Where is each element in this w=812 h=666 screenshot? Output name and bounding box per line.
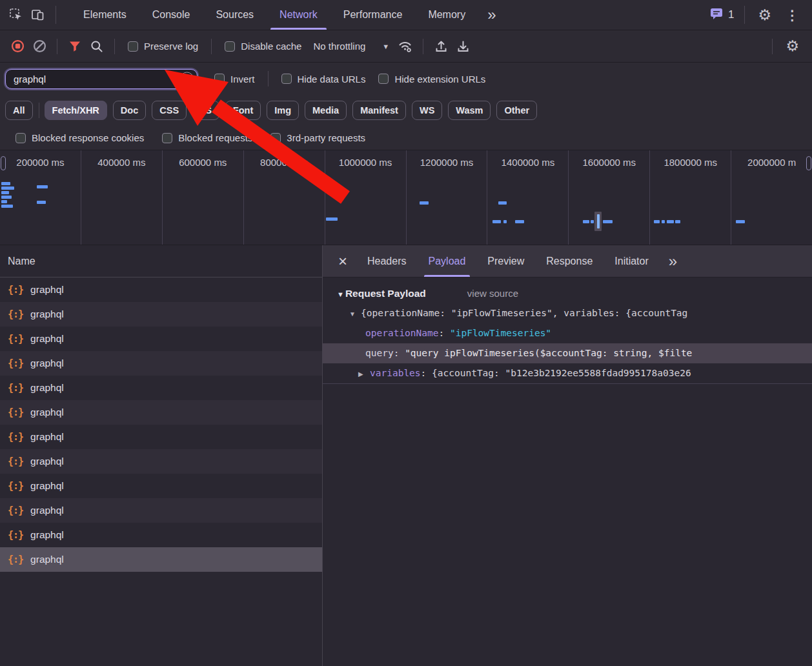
payload-operation-name-row[interactable]: operationName: "ipFlowTimeseries" — [323, 323, 812, 343]
timeline-tick: 1400000 ms — [487, 150, 569, 245]
chip-css[interactable]: CSS — [152, 101, 187, 120]
request-row[interactable]: {:}graphql — [0, 547, 322, 572]
filter-funnel-icon[interactable] — [64, 35, 86, 57]
request-name: graphql — [30, 529, 64, 541]
disable-cache-checkbox[interactable]: Disable cache — [225, 41, 301, 52]
request-name: graphql — [30, 505, 64, 516]
timeline-handle-left[interactable] — [1, 156, 6, 170]
tab-performance[interactable]: Performance — [330, 0, 416, 30]
blocked-response-cookies-checkbox[interactable]: Blocked response cookies — [15, 132, 144, 143]
search-icon[interactable] — [86, 35, 108, 57]
chip-fetch-xhr[interactable]: Fetch/XHR — [45, 101, 107, 120]
request-row[interactable]: {:}graphql — [0, 400, 322, 425]
more-options-kebab-icon[interactable]: ⋮ — [778, 8, 807, 22]
hide-extension-urls-label: Hide extension URLs — [394, 74, 485, 85]
chip-js[interactable]: JS — [192, 101, 219, 120]
tab-payload[interactable]: Payload — [418, 245, 477, 277]
request-row[interactable]: {:}graphql — [0, 523, 322, 547]
preserve-log-checkbox[interactable]: Preserve log — [128, 41, 198, 52]
request-row[interactable]: {:}graphql — [0, 302, 322, 327]
tab-headers[interactable]: Headers — [356, 245, 417, 277]
request-row[interactable]: {:}graphql — [0, 498, 322, 523]
hide-data-urls-label: Hide data URLs — [298, 74, 366, 85]
blocked-requests-label: Blocked requests — [178, 132, 252, 143]
collapse-triangle-icon[interactable]: ▼ — [337, 290, 344, 298]
name-column-header[interactable]: Name — [0, 245, 322, 278]
expand-triangle-icon[interactable]: ▶ — [358, 364, 370, 383]
network-settings-gear-icon[interactable]: ⚙ — [779, 39, 806, 54]
throttling-select[interactable]: No throttling ▼ — [313, 41, 389, 52]
request-row[interactable]: {:}graphql — [0, 376, 322, 400]
checkbox[interactable] — [15, 133, 26, 143]
more-detail-tabs-icon[interactable]: » — [660, 254, 686, 269]
payload-query-row-selected[interactable]: query: "query ipFlowTimeseries($accountT… — [323, 343, 812, 363]
payload-variables-row[interactable]: ▶variables: {accountTag: "b12e3b2192ee55… — [323, 363, 812, 383]
waterfall-bar — [1, 191, 9, 194]
clear-filter-icon[interactable]: ✕ — [180, 72, 194, 86]
device-toolbar-icon[interactable] — [27, 4, 49, 26]
close-icon[interactable]: × — [329, 254, 356, 269]
checkbox[interactable] — [162, 133, 172, 143]
issues-button[interactable]: 1 — [705, 7, 738, 23]
tab-network[interactable]: Network — [267, 0, 330, 30]
more-panels-icon[interactable]: » — [478, 7, 505, 23]
chip-img[interactable]: Img — [267, 101, 299, 120]
timeline-tick: 400000 ms — [81, 150, 163, 245]
waterfall-bar — [326, 217, 338, 221]
tab-sources[interactable]: Sources — [203, 0, 267, 30]
request-list-panel: Name {:}graphql{:}graphql{:}graphql{:}gr… — [0, 245, 323, 666]
record-network-log-icon[interactable] — [6, 35, 28, 57]
export-har-icon[interactable] — [452, 35, 474, 57]
network-conditions-icon[interactable] — [394, 35, 416, 57]
import-har-icon[interactable] — [430, 35, 452, 57]
checkbox[interactable] — [214, 74, 225, 84]
expand-triangle-icon[interactable]: ▼ — [349, 304, 361, 323]
waterfall-bar — [603, 220, 613, 223]
tab-elements[interactable]: Elements — [70, 0, 139, 30]
clear-network-log-icon[interactable] — [28, 35, 50, 57]
divider — [323, 383, 812, 384]
checkbox[interactable] — [378, 74, 389, 84]
settings-gear-icon[interactable]: ⚙ — [751, 8, 778, 23]
filter-input[interactable] — [5, 69, 198, 89]
view-source-link[interactable]: view source — [467, 288, 518, 299]
divider — [772, 39, 773, 54]
tab-preview[interactable]: Preview — [476, 245, 535, 277]
checkbox[interactable] — [281, 74, 292, 84]
checkbox[interactable] — [270, 133, 281, 143]
xhr-braces-icon: {:} — [8, 456, 23, 467]
inspect-element-icon[interactable] — [5, 4, 27, 26]
request-row[interactable]: {:}graphql — [0, 449, 322, 474]
timeline-handle-right[interactable] — [806, 156, 811, 170]
timeline-tick: 1600000 ms — [569, 150, 650, 245]
hide-data-urls-checkbox[interactable]: Hide data URLs — [281, 74, 366, 85]
tab-response[interactable]: Response — [535, 245, 604, 277]
chip-other[interactable]: Other — [496, 101, 537, 120]
request-row[interactable]: {:}graphql — [0, 327, 322, 351]
request-row[interactable]: {:}graphql — [0, 278, 322, 302]
network-overview-timeline[interactable]: 200000 ms 400000 ms 600000 ms 800000 ms … — [0, 150, 812, 245]
payload-root-row[interactable]: ▼{operationName: "ipFlowTimeseries", var… — [323, 303, 812, 323]
request-row[interactable]: {:}graphql — [0, 474, 322, 498]
checkbox[interactable] — [128, 41, 138, 52]
chip-font[interactable]: Font — [225, 101, 261, 120]
chip-all[interactable]: All — [5, 101, 33, 120]
waterfall-bar — [675, 220, 680, 223]
tab-initiator[interactable]: Initiator — [604, 245, 659, 277]
hide-extension-urls-checkbox[interactable]: Hide extension URLs — [378, 74, 485, 85]
tab-memory[interactable]: Memory — [415, 0, 478, 30]
chip-wasm[interactable]: Wasm — [448, 101, 491, 120]
third-party-requests-checkbox[interactable]: 3rd-party requests — [270, 132, 365, 143]
chip-doc[interactable]: Doc — [113, 101, 146, 120]
chip-ws[interactable]: WS — [412, 101, 442, 120]
request-row[interactable]: {:}graphql — [0, 425, 322, 449]
request-row[interactable]: {:}graphql — [0, 351, 322, 376]
blocked-requests-checkbox[interactable]: Blocked requests — [162, 132, 252, 143]
tab-console[interactable]: Console — [139, 0, 203, 30]
chip-media[interactable]: Media — [305, 101, 347, 120]
chip-manifest[interactable]: Manifest — [352, 101, 406, 120]
filter-row: ✕ Invert Hide data URLs Hide extension U… — [0, 63, 812, 95]
checkbox[interactable] — [225, 41, 235, 52]
xhr-braces-icon: {:} — [8, 358, 23, 369]
invert-checkbox[interactable]: Invert — [214, 74, 255, 85]
